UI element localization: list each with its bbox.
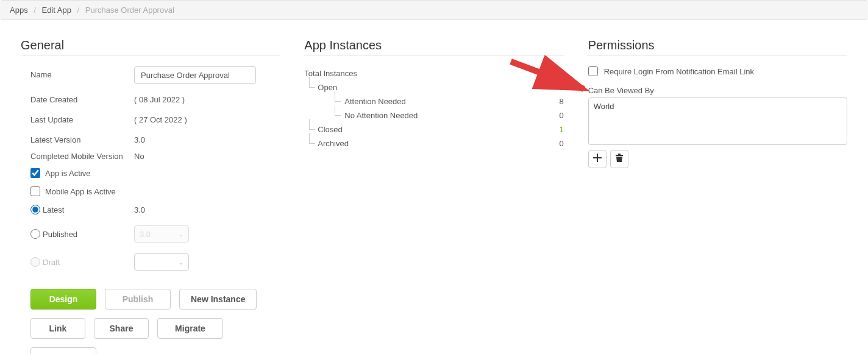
attention-needed-value: 8 (552, 97, 564, 106)
completed-mobile-value: No (134, 152, 144, 161)
add-viewer-button[interactable] (588, 150, 607, 168)
tree-line (335, 105, 341, 116)
permissions-section: Permissions Require Login From Notificat… (588, 32, 847, 354)
app-active-checkbox[interactable] (30, 168, 40, 178)
version-draft-radio[interactable] (30, 257, 40, 267)
last-update-label: Last Update (30, 112, 134, 124)
app-active-label: App is Active (45, 169, 90, 178)
design-button[interactable]: Design (30, 289, 96, 310)
archived-label: Archived (318, 139, 349, 148)
date-created-label: Date Created (30, 91, 134, 104)
breadcrumb-separator: / (77, 5, 80, 15)
permissions-heading: Permissions (588, 38, 847, 52)
published-version-select[interactable]: 3.0 ⌄ (134, 225, 189, 242)
require-login-checkbox[interactable] (588, 66, 598, 76)
tree-line (309, 77, 315, 88)
action-buttons: Design Publish New Instance Link Share M… (21, 289, 280, 354)
tree-line (309, 119, 315, 130)
no-attention-needed-label: No Attention Needed (344, 111, 418, 120)
mobile-app-active-label: Mobile App is Active (45, 187, 116, 196)
can-be-viewed-label: Can Be Viewed By (588, 86, 847, 95)
version-latest-radio[interactable] (30, 205, 40, 214)
remove-viewer-button[interactable] (610, 150, 628, 168)
breadcrumb: Apps / Edit App / Purchase Order Approva… (1, 0, 867, 20)
tree-line (309, 133, 315, 144)
publish-button[interactable]: Publish (105, 289, 171, 310)
breadcrumb-current: Purchase Order Approval (85, 5, 174, 15)
version-latest-label: Latest (43, 205, 64, 214)
published-version-select-value: 3.0 (140, 230, 151, 239)
mobile-app-active-checkbox[interactable] (30, 186, 40, 196)
last-update-value: ( 27 Oct 2022 ) (134, 112, 187, 124)
app-instances-heading: App Instances (304, 38, 563, 52)
delete-button[interactable]: Delete (30, 347, 96, 354)
trash-icon (615, 153, 624, 166)
closed-value-link[interactable]: 1 (552, 125, 564, 134)
chevron-down-icon: ⌄ (179, 259, 183, 266)
link-button[interactable]: Link (30, 318, 85, 339)
name-label: Name (30, 66, 134, 79)
attention-needed-label: Attention Needed (344, 97, 405, 106)
breadcrumb-apps[interactable]: Apps (10, 5, 28, 15)
version-published-radio[interactable] (30, 229, 40, 239)
total-instances-value: 9 (552, 69, 564, 78)
version-latest-value: 3.0 (134, 205, 145, 214)
version-published-label: Published (43, 230, 77, 239)
date-created-value: ( 08 Jul 2022 ) (134, 91, 185, 104)
tree-line (335, 91, 341, 102)
name-input[interactable] (134, 66, 256, 84)
new-instance-button[interactable]: New Instance (179, 289, 257, 310)
draft-version-select[interactable]: ⌄ (134, 253, 189, 271)
require-login-label: Require Login From Notification Email Li… (604, 67, 754, 76)
viewers-listbox[interactable]: World (588, 97, 847, 145)
viewer-item[interactable]: World (594, 102, 614, 111)
breadcrumb-separator: / (34, 5, 36, 15)
completed-mobile-label: Completed Mobile Version (30, 152, 134, 161)
closed-label: Closed (318, 125, 342, 134)
open-value: 8 (552, 83, 564, 92)
latest-version-label: Latest Version (30, 132, 134, 144)
version-draft-label: Draft (43, 258, 60, 267)
general-section: General Name Date Created ( 08 Jul 2022 … (21, 32, 280, 354)
chevron-down-icon: ⌄ (179, 231, 183, 238)
breadcrumb-edit-app[interactable]: Edit App (42, 5, 71, 15)
no-attention-needed-value: 0 (552, 111, 564, 120)
plus-icon (592, 153, 602, 166)
general-heading: General (21, 38, 280, 52)
app-instances-section: App Instances Total Instances 9 Open 8 A… (304, 32, 563, 354)
migrate-button[interactable]: Migrate (157, 318, 223, 339)
archived-value: 0 (552, 139, 564, 148)
latest-version-value: 3.0 (134, 132, 145, 144)
share-button[interactable]: Share (94, 318, 149, 339)
